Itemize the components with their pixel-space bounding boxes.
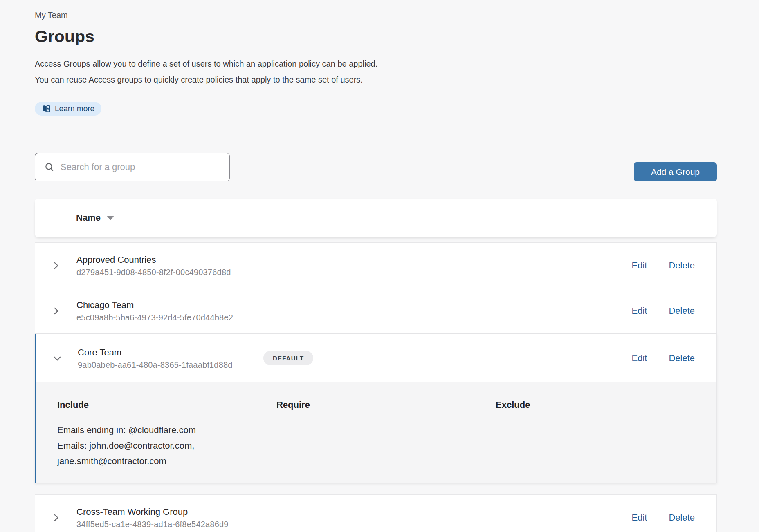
search-input[interactable] xyxy=(61,162,222,172)
description-line-1: Access Groups allow you to define a set … xyxy=(35,56,717,72)
action-divider xyxy=(658,304,658,319)
name-column-header[interactable]: Name xyxy=(76,212,114,223)
row-actions: Edit Delete xyxy=(631,304,695,319)
row-actions: Edit Delete xyxy=(631,258,695,273)
include-rules: Emails ending in: @cloudflare.com Emails… xyxy=(57,422,234,469)
edit-link[interactable]: Edit xyxy=(631,260,647,271)
chevron-right-icon xyxy=(51,512,61,523)
action-divider xyxy=(658,510,658,525)
expanded-group-card: Core Team 9ab0abeb-aa61-480a-8365-1faaab… xyxy=(35,334,717,483)
require-header: Require xyxy=(276,400,496,410)
action-divider xyxy=(658,351,658,366)
group-info: Cross-Team Working Group 34ff5ed5-ca1e-4… xyxy=(76,506,262,529)
learn-more-label: Learn more xyxy=(55,104,94,113)
group-info: Approved Countries d279a451-9d08-4850-8f… xyxy=(76,254,262,277)
description-line-2: You can reuse Access groups to quickly c… xyxy=(35,72,717,88)
exclude-column: Exclude xyxy=(496,400,715,469)
add-group-button[interactable]: Add a Group xyxy=(634,162,717,181)
include-header: Include xyxy=(57,400,276,410)
table-row[interactable]: Cross-Team Working Group 34ff5ed5-ca1e-4… xyxy=(35,495,716,532)
edit-link[interactable]: Edit xyxy=(631,353,647,364)
chevron-right-icon xyxy=(51,260,61,271)
chevron-right-icon xyxy=(51,306,61,316)
page-description: Access Groups allow you to define a set … xyxy=(35,56,717,88)
delete-link[interactable]: Delete xyxy=(669,260,695,271)
group-id: d279a451-9d08-4850-8f2f-00c490376d8d xyxy=(76,268,262,277)
default-badge: DEFAULT xyxy=(263,351,313,365)
include-column: Include Emails ending in: @cloudflare.co… xyxy=(57,400,276,469)
group-name: Chicago Team xyxy=(76,300,262,311)
row-actions: Edit Delete xyxy=(631,351,695,366)
breadcrumb: My Team xyxy=(35,11,717,20)
exclude-header: Exclude xyxy=(496,400,715,410)
group-rules-panel: Include Emails ending in: @cloudflare.co… xyxy=(36,382,716,483)
include-rule: Emails: john.doe@contractor.com, jane.sm… xyxy=(57,438,234,469)
group-id: 9ab0abeb-aa61-480a-8365-1faaabf1d88d xyxy=(78,360,263,370)
expand-toggle[interactable] xyxy=(35,306,76,316)
row-actions: Edit Delete xyxy=(631,510,695,525)
expand-toggle[interactable] xyxy=(35,512,76,523)
group-info: Chicago Team e5c09a8b-5ba6-4973-92d4-5fe… xyxy=(76,300,262,322)
search-icon xyxy=(44,162,55,172)
group-name: Cross-Team Working Group xyxy=(76,506,262,518)
groups-page: My Team Groups Access Groups allow you t… xyxy=(0,0,759,532)
name-header-label: Name xyxy=(76,212,101,223)
edit-link[interactable]: Edit xyxy=(631,306,647,316)
book-icon xyxy=(42,104,51,113)
expand-toggle[interactable] xyxy=(35,260,76,271)
group-info: Core Team 9ab0abeb-aa61-480a-8365-1faaab… xyxy=(78,347,263,370)
group-rows-card: Approved Countries d279a451-9d08-4850-8f… xyxy=(35,242,717,334)
delete-link[interactable]: Delete xyxy=(669,306,695,316)
group-id: e5c09a8b-5ba6-4973-92d4-5fe70d44b8e2 xyxy=(76,313,262,322)
page-title: Groups xyxy=(35,27,717,46)
learn-more-button[interactable]: Learn more xyxy=(35,102,101,116)
group-name: Core Team xyxy=(78,347,263,358)
badge-cell: DEFAULT xyxy=(263,351,313,365)
require-column: Require xyxy=(276,400,496,469)
table-header: Name xyxy=(35,199,717,237)
action-divider xyxy=(658,258,658,273)
delete-link[interactable]: Delete xyxy=(669,353,695,364)
edit-link[interactable]: Edit xyxy=(631,512,647,523)
table-row-expanded[interactable]: Core Team 9ab0abeb-aa61-480a-8365-1faaab… xyxy=(36,334,716,382)
chevron-down-icon xyxy=(52,353,63,364)
sort-descending-icon xyxy=(107,216,114,220)
collapse-toggle[interactable] xyxy=(36,353,78,364)
toolbar: Add a Group xyxy=(35,153,717,181)
group-rows-card: Cross-Team Working Group 34ff5ed5-ca1e-4… xyxy=(35,494,717,532)
delete-link[interactable]: Delete xyxy=(669,512,695,523)
group-search xyxy=(35,153,230,181)
table-row[interactable]: Chicago Team e5c09a8b-5ba6-4973-92d4-5fe… xyxy=(35,288,716,333)
include-rule: Emails ending in: @cloudflare.com xyxy=(57,422,234,438)
table-row[interactable]: Approved Countries d279a451-9d08-4850-8f… xyxy=(35,243,716,288)
group-id: 34ff5ed5-ca1e-4839-ad1a-6f8e542a86d9 xyxy=(76,520,262,529)
group-name: Approved Countries xyxy=(76,254,262,266)
